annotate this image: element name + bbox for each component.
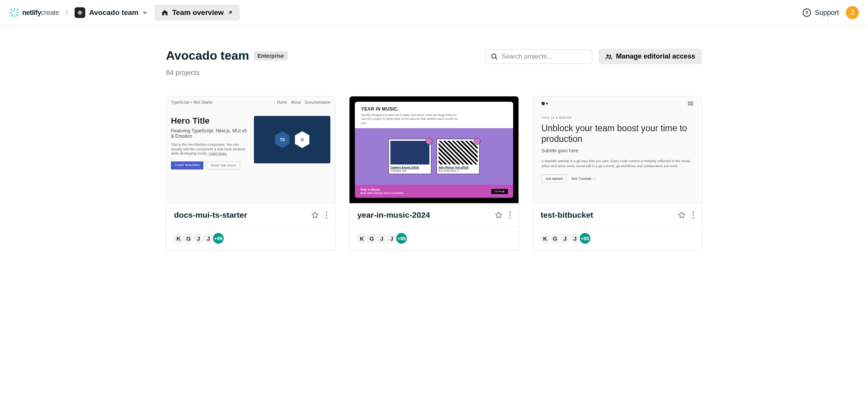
search-icon [491, 53, 498, 60]
breadcrumb-separator: / [66, 9, 68, 16]
svg-marker-8 [77, 10, 83, 15]
svg-line-7 [16, 9, 18, 11]
logo-mark-icon [9, 7, 20, 18]
project-count: 84 projects [166, 69, 702, 77]
project-thumbnail: YEAR IN MUSIC. Spotify Wrapped is neat b… [349, 96, 518, 204]
home-icon [161, 9, 168, 16]
search-projects[interactable] [485, 49, 592, 64]
svg-line-5 [16, 15, 18, 16]
svg-point-14 [326, 214, 327, 215]
svg-point-16 [509, 212, 510, 213]
support-link[interactable]: ? Support [803, 8, 839, 17]
user-avatar[interactable]: J [846, 6, 859, 19]
svg-point-13 [326, 212, 327, 213]
chevron-down-icon [142, 10, 148, 15]
project-name: docs-mui-ts-starter [174, 210, 247, 220]
svg-line-6 [11, 15, 13, 16]
star-icon[interactable] [495, 211, 502, 219]
member-more[interactable]: +95 [579, 232, 591, 244]
member-more[interactable]: +95 [212, 232, 224, 244]
svg-point-19 [692, 212, 694, 213]
svg-point-15 [326, 217, 327, 218]
svg-point-21 [692, 217, 694, 218]
team-name: Avocado team [89, 8, 138, 17]
team-icon [75, 7, 85, 18]
svg-point-11 [606, 54, 609, 57]
project-card[interactable]: TypeScript + MUI Starter Home About Docu… [166, 96, 335, 250]
star-icon[interactable] [311, 211, 319, 219]
users-icon [605, 53, 612, 60]
logo-text: netlifycreate [22, 9, 59, 17]
plan-badge: Enterprise [254, 51, 288, 60]
project-name: test-bitbucket [541, 210, 593, 220]
more-icon[interactable] [509, 212, 511, 218]
svg-point-20 [692, 214, 694, 215]
project-card[interactable]: THIS IS A BADGE Unblock your team boost … [533, 96, 702, 250]
svg-line-10 [496, 58, 497, 59]
project-card[interactable]: YEAR IN MUSIC. Spotify Wrapped is neat b… [349, 96, 519, 250]
help-icon: ? [803, 8, 811, 17]
page-title: Avocado team [166, 49, 249, 63]
svg-point-12 [609, 55, 611, 57]
project-members: K G J J +95 [533, 226, 702, 250]
star-icon[interactable] [678, 211, 686, 219]
member-more[interactable]: +95 [395, 232, 408, 244]
more-icon[interactable] [326, 212, 327, 218]
arrow-up-right-icon [228, 10, 233, 15]
team-switcher[interactable]: Avocado team [75, 7, 148, 18]
team-overview-button[interactable]: Team overview [154, 5, 240, 21]
search-input[interactable] [502, 53, 587, 60]
project-thumbnail: TypeScript + MUI Starter Home About Docu… [166, 96, 335, 204]
project-members: K G J J +95 [349, 226, 518, 250]
svg-point-18 [509, 217, 510, 218]
more-icon[interactable] [692, 212, 694, 218]
project-thumbnail: THIS IS A BADGE Unblock your team boost … [533, 96, 702, 204]
svg-point-9 [492, 54, 496, 58]
logo[interactable]: netlifycreate [9, 7, 59, 18]
project-members: K G J J +95 [166, 226, 335, 250]
svg-line-4 [11, 9, 13, 11]
manage-editorial-access-button[interactable]: Manage editorial access [598, 49, 702, 64]
svg-point-17 [509, 214, 510, 215]
topbar: netlifycreate / Avocado team Team overvi… [0, 0, 868, 26]
project-name: year-in-music-2024 [357, 210, 430, 220]
